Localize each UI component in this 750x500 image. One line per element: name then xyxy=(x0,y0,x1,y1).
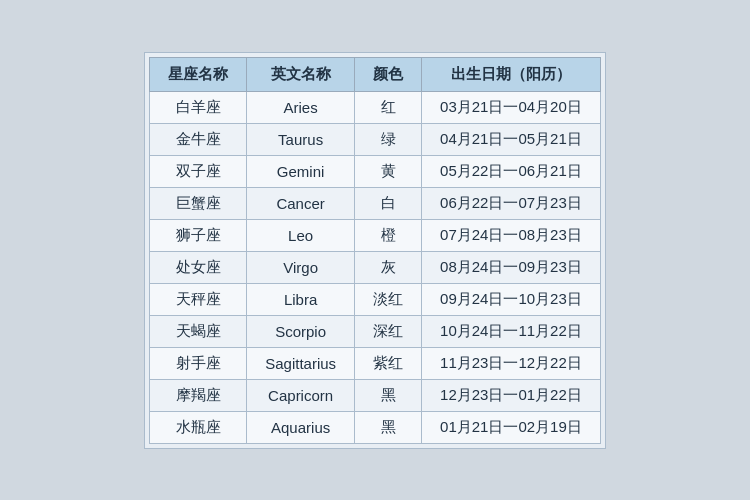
table-row: 巨蟹座Cancer白06月22日一07月23日 xyxy=(150,187,601,219)
cell-color: 红 xyxy=(355,91,422,123)
cell-dates: 06月22日一07月23日 xyxy=(422,187,601,219)
cell-color: 紫红 xyxy=(355,347,422,379)
table-row: 天蝎座Scorpio深红10月24日一11月22日 xyxy=(150,315,601,347)
table-row: 处女座Virgo灰08月24日一09月23日 xyxy=(150,251,601,283)
cell-dates: 04月21日一05月21日 xyxy=(422,123,601,155)
cell-chinese-name: 白羊座 xyxy=(150,91,247,123)
cell-chinese-name: 天蝎座 xyxy=(150,315,247,347)
cell-chinese-name: 狮子座 xyxy=(150,219,247,251)
cell-dates: 08月24日一09月23日 xyxy=(422,251,601,283)
cell-color: 黄 xyxy=(355,155,422,187)
cell-chinese-name: 双子座 xyxy=(150,155,247,187)
table-row: 白羊座Aries红03月21日一04月20日 xyxy=(150,91,601,123)
cell-color: 淡红 xyxy=(355,283,422,315)
cell-color: 白 xyxy=(355,187,422,219)
cell-english-name: Scorpio xyxy=(247,315,355,347)
table-row: 射手座Sagittarius紫红11月23日一12月22日 xyxy=(150,347,601,379)
zodiac-table: 星座名称 英文名称 颜色 出生日期（阳历） 白羊座Aries红03月21日一04… xyxy=(149,57,601,444)
col-header-color: 颜色 xyxy=(355,57,422,91)
table-row: 狮子座Leo橙07月24日一08月23日 xyxy=(150,219,601,251)
cell-color: 灰 xyxy=(355,251,422,283)
cell-color: 黑 xyxy=(355,411,422,443)
cell-dates: 05月22日一06月21日 xyxy=(422,155,601,187)
cell-english-name: Virgo xyxy=(247,251,355,283)
cell-english-name: Libra xyxy=(247,283,355,315)
cell-chinese-name: 金牛座 xyxy=(150,123,247,155)
table-row: 摩羯座Capricorn黑12月23日一01月22日 xyxy=(150,379,601,411)
cell-dates: 09月24日一10月23日 xyxy=(422,283,601,315)
cell-color: 黑 xyxy=(355,379,422,411)
cell-english-name: Aquarius xyxy=(247,411,355,443)
col-header-english: 英文名称 xyxy=(247,57,355,91)
table-body: 白羊座Aries红03月21日一04月20日金牛座Taurus绿04月21日一0… xyxy=(150,91,601,443)
cell-dates: 03月21日一04月20日 xyxy=(422,91,601,123)
cell-english-name: Taurus xyxy=(247,123,355,155)
cell-color: 深红 xyxy=(355,315,422,347)
cell-color: 绿 xyxy=(355,123,422,155)
cell-english-name: Cancer xyxy=(247,187,355,219)
table-row: 双子座Gemini黄05月22日一06月21日 xyxy=(150,155,601,187)
cell-color: 橙 xyxy=(355,219,422,251)
cell-chinese-name: 处女座 xyxy=(150,251,247,283)
col-header-chinese: 星座名称 xyxy=(150,57,247,91)
cell-english-name: Aries xyxy=(247,91,355,123)
cell-chinese-name: 天秤座 xyxy=(150,283,247,315)
zodiac-table-wrapper: 星座名称 英文名称 颜色 出生日期（阳历） 白羊座Aries红03月21日一04… xyxy=(144,52,606,449)
cell-english-name: Sagittarius xyxy=(247,347,355,379)
table-header-row: 星座名称 英文名称 颜色 出生日期（阳历） xyxy=(150,57,601,91)
cell-dates: 11月23日一12月22日 xyxy=(422,347,601,379)
cell-english-name: Gemini xyxy=(247,155,355,187)
cell-dates: 10月24日一11月22日 xyxy=(422,315,601,347)
cell-chinese-name: 摩羯座 xyxy=(150,379,247,411)
table-row: 金牛座Taurus绿04月21日一05月21日 xyxy=(150,123,601,155)
cell-dates: 12月23日一01月22日 xyxy=(422,379,601,411)
cell-chinese-name: 水瓶座 xyxy=(150,411,247,443)
cell-english-name: Capricorn xyxy=(247,379,355,411)
table-row: 天秤座Libra淡红09月24日一10月23日 xyxy=(150,283,601,315)
cell-dates: 07月24日一08月23日 xyxy=(422,219,601,251)
cell-chinese-name: 巨蟹座 xyxy=(150,187,247,219)
cell-english-name: Leo xyxy=(247,219,355,251)
col-header-dates: 出生日期（阳历） xyxy=(422,57,601,91)
cell-dates: 01月21日一02月19日 xyxy=(422,411,601,443)
cell-chinese-name: 射手座 xyxy=(150,347,247,379)
table-row: 水瓶座Aquarius黑01月21日一02月19日 xyxy=(150,411,601,443)
